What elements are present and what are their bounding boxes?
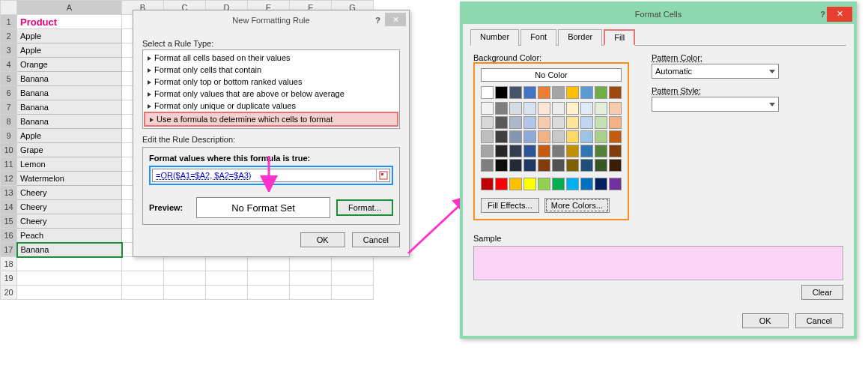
color-swatch[interactable] bbox=[552, 159, 565, 172]
ok-button[interactable]: OK bbox=[300, 232, 345, 247]
cell[interactable]: Grape bbox=[17, 143, 122, 157]
clear-button[interactable]: Clear bbox=[801, 285, 843, 300]
cell[interactable]: Banana bbox=[17, 243, 122, 257]
row-header[interactable]: 16 bbox=[1, 229, 17, 243]
rule-type-item[interactable]: Format only values that are above or bel… bbox=[143, 88, 399, 100]
color-swatch[interactable] bbox=[495, 116, 508, 129]
no-color-button[interactable]: No Color bbox=[481, 68, 622, 82]
cell[interactable] bbox=[290, 271, 332, 286]
cell[interactable]: Apple bbox=[17, 29, 122, 43]
cell[interactable] bbox=[248, 271, 290, 286]
row-header[interactable]: 11 bbox=[1, 157, 17, 172]
fill-effects-button[interactable]: Fill Effects... bbox=[481, 198, 539, 213]
color-swatch[interactable] bbox=[481, 159, 494, 172]
color-swatch[interactable] bbox=[509, 130, 522, 143]
ok-button[interactable]: OK bbox=[742, 313, 789, 328]
color-swatch[interactable] bbox=[509, 178, 522, 190]
color-swatch[interactable] bbox=[523, 116, 536, 129]
row-header[interactable]: 18 bbox=[1, 257, 17, 271]
cell[interactable] bbox=[17, 271, 122, 286]
col-header-A[interactable]: A bbox=[17, 1, 122, 15]
color-swatch[interactable] bbox=[566, 159, 579, 172]
color-swatch[interactable] bbox=[509, 102, 522, 115]
cell[interactable]: Cheery bbox=[17, 214, 122, 229]
row-header[interactable]: 17 bbox=[1, 243, 17, 257]
row-header[interactable]: 7 bbox=[1, 100, 17, 115]
cell[interactable] bbox=[122, 271, 164, 286]
color-swatch[interactable] bbox=[538, 178, 550, 190]
color-swatch[interactable] bbox=[481, 116, 494, 129]
row-header[interactable]: 2 bbox=[1, 29, 17, 43]
color-swatch[interactable] bbox=[481, 178, 494, 190]
cell[interactable]: Apple bbox=[17, 129, 122, 143]
color-swatch[interactable] bbox=[595, 116, 607, 129]
cell[interactable] bbox=[290, 257, 332, 271]
cell[interactable] bbox=[332, 286, 374, 300]
cell[interactable] bbox=[248, 286, 290, 300]
cell[interactable] bbox=[206, 271, 248, 286]
row-header[interactable]: 6 bbox=[1, 86, 17, 100]
color-swatch[interactable] bbox=[538, 102, 550, 115]
tab-fill[interactable]: Fill bbox=[604, 29, 635, 46]
cell[interactable] bbox=[332, 257, 374, 271]
rule-type-item[interactable]: Format only top or bottom ranked values bbox=[143, 76, 399, 88]
color-swatch[interactable] bbox=[495, 145, 508, 157]
color-swatch[interactable] bbox=[481, 86, 494, 99]
color-swatch[interactable] bbox=[538, 145, 550, 157]
row-header[interactable]: 4 bbox=[1, 58, 17, 72]
color-swatch[interactable] bbox=[552, 116, 565, 129]
color-swatch[interactable] bbox=[495, 130, 508, 143]
row-header[interactable]: 19 bbox=[1, 271, 17, 286]
row-header[interactable]: 20 bbox=[1, 286, 17, 300]
cell[interactable] bbox=[248, 257, 290, 271]
row-header[interactable]: 1 bbox=[1, 15, 17, 29]
color-swatch[interactable] bbox=[523, 102, 536, 115]
rule-type-list[interactable]: Format all cells based on their valuesFo… bbox=[142, 49, 400, 129]
color-swatch[interactable] bbox=[509, 145, 522, 157]
cell[interactable]: Orange bbox=[17, 58, 122, 72]
color-swatch[interactable] bbox=[609, 159, 622, 172]
range-picker-icon[interactable] bbox=[376, 169, 389, 181]
color-swatch[interactable] bbox=[495, 86, 508, 99]
help-button[interactable]: ? bbox=[820, 4, 825, 24]
color-swatch[interactable] bbox=[609, 130, 622, 143]
pattern-style-select[interactable] bbox=[652, 97, 779, 112]
color-swatch[interactable] bbox=[509, 86, 522, 99]
color-swatch[interactable] bbox=[509, 159, 522, 172]
color-swatch[interactable] bbox=[595, 86, 607, 99]
rule-type-item[interactable]: Format all cells based on their values bbox=[143, 52, 399, 64]
cell[interactable] bbox=[164, 257, 206, 271]
cell[interactable] bbox=[164, 286, 206, 300]
color-swatch[interactable] bbox=[552, 145, 565, 157]
color-swatch[interactable] bbox=[495, 102, 508, 115]
color-swatch[interactable] bbox=[595, 145, 607, 157]
color-swatch[interactable] bbox=[509, 116, 522, 129]
cell[interactable]: Watermelon bbox=[17, 172, 122, 186]
cell[interactable]: Lemon bbox=[17, 157, 122, 172]
color-swatch[interactable] bbox=[580, 145, 593, 157]
color-swatch[interactable] bbox=[566, 116, 579, 129]
color-swatch[interactable] bbox=[552, 86, 565, 99]
color-swatch[interactable] bbox=[595, 102, 607, 115]
color-swatch[interactable] bbox=[538, 130, 550, 143]
color-swatch[interactable] bbox=[523, 159, 536, 172]
color-swatch[interactable] bbox=[609, 102, 622, 115]
cell[interactable]: Banana bbox=[17, 86, 122, 100]
cell[interactable]: Banana bbox=[17, 100, 122, 115]
rule-type-item[interactable]: Use a formula to determine which cells t… bbox=[144, 112, 398, 127]
cell[interactable]: Peach bbox=[17, 229, 122, 243]
color-swatch[interactable] bbox=[580, 178, 593, 190]
row-header[interactable]: 10 bbox=[1, 143, 17, 157]
color-swatch[interactable] bbox=[595, 130, 607, 143]
close-button[interactable]: ✕ bbox=[385, 13, 406, 26]
row-header[interactable]: 8 bbox=[1, 115, 17, 129]
color-swatch[interactable] bbox=[580, 130, 593, 143]
formula-input[interactable] bbox=[153, 169, 376, 181]
cell[interactable] bbox=[290, 286, 332, 300]
cell[interactable] bbox=[17, 286, 122, 300]
color-swatch[interactable] bbox=[580, 102, 593, 115]
color-swatch[interactable] bbox=[481, 145, 494, 157]
close-button[interactable]: ✕ bbox=[827, 7, 852, 22]
color-swatch[interactable] bbox=[552, 102, 565, 115]
cancel-button[interactable]: Cancel bbox=[352, 232, 400, 247]
